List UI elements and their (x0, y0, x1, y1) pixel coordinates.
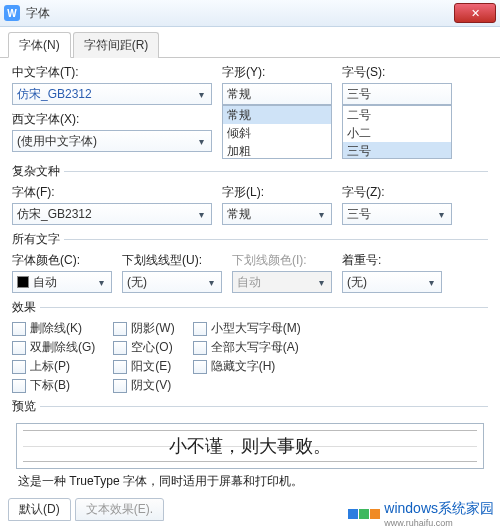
complex-font-combo[interactable]: 仿宋_GB2312 ▾ (12, 203, 212, 225)
west-font-label: 西文字体(X): (12, 111, 212, 128)
checkbox-icon (12, 360, 26, 374)
style-input[interactable]: 常规 (222, 83, 332, 105)
cn-font-label: 中文字体(T): (12, 64, 212, 81)
complex-size-value: 三号 (347, 206, 371, 223)
checkbox-icon (193, 360, 207, 374)
preview-group-label: 预览 (12, 398, 40, 415)
west-font-combo[interactable]: (使用中文字体) ▾ (12, 130, 212, 152)
checkbox-icon (113, 360, 127, 374)
style-value: 常规 (227, 86, 251, 103)
chk-subscript[interactable]: 下标(B) (12, 377, 95, 394)
cn-font-combo[interactable]: 仿宋_GB2312 ▾ (12, 83, 212, 105)
complex-group-label: 复杂文种 (12, 163, 64, 180)
dropdown-arrow-icon: ▾ (195, 209, 207, 220)
style-option[interactable]: 加粗 (223, 142, 331, 159)
underline-style-label: 下划线线型(U): (122, 252, 222, 269)
chk-shadow[interactable]: 阴影(W) (113, 320, 174, 337)
checkbox-icon (12, 341, 26, 355)
effects-group-label: 效果 (12, 299, 40, 316)
tab-bar: 字体(N) 字符间距(R) (0, 27, 500, 58)
size-option[interactable]: 三号 (343, 142, 451, 159)
underline-color-value: 自动 (237, 274, 261, 291)
chk-superscript[interactable]: 上标(P) (12, 358, 95, 375)
emphasis-select[interactable]: (无) ▾ (342, 271, 442, 293)
underline-color-select: 自动 ▾ (232, 271, 332, 293)
style-label: 字形(Y): (222, 64, 332, 81)
color-swatch-icon (17, 276, 29, 288)
preview-sample-text: 小不谨，则大事败。 (169, 434, 331, 458)
checkbox-icon (12, 379, 26, 393)
chk-emboss[interactable]: 阳文(E) (113, 358, 174, 375)
complex-size-label: 字号(Z): (342, 184, 452, 201)
chk-dstrike[interactable]: 双删除线(G) (12, 339, 95, 356)
style-listbox[interactable]: 常规 倾斜 加粗 (222, 105, 332, 159)
complex-font-label: 字体(F): (12, 184, 212, 201)
watermark-url: www.ruhaifu.com (384, 518, 494, 528)
chk-allcaps[interactable]: 全部大写字母(A) (193, 339, 301, 356)
title-bar: W 字体 ✕ (0, 0, 500, 27)
dropdown-arrow-icon: ▾ (425, 277, 437, 288)
checkbox-icon (113, 341, 127, 355)
size-input[interactable]: 三号 (342, 83, 452, 105)
dropdown-arrow-icon: ▾ (315, 209, 327, 220)
style-option[interactable]: 倾斜 (223, 124, 331, 142)
complex-group: 复杂文种 字体(F): 仿宋_GB2312 ▾ 字形(L): 常规 ▾ 字号(Z… (12, 163, 488, 227)
dropdown-arrow-icon: ▾ (195, 136, 207, 147)
complex-style-label: 字形(L): (222, 184, 332, 201)
font-hint-text: 这是一种 TrueType 字体，同时适用于屏幕和打印机。 (18, 473, 482, 490)
preview-box: 小不谨，则大事败。 (16, 423, 484, 469)
checkbox-icon (113, 322, 127, 336)
window-title: 字体 (26, 5, 454, 22)
dropdown-arrow-icon: ▾ (205, 277, 217, 288)
emphasis-label: 着重号: (342, 252, 442, 269)
west-font-value: (使用中文字体) (17, 133, 97, 150)
underline-style-select[interactable]: (无) ▾ (122, 271, 222, 293)
effects-group: 效果 删除线(K) 双删除线(G) 上标(P) 下标(B) 阴影(W) 空心(O… (12, 299, 488, 394)
tab-spacing[interactable]: 字符间距(R) (73, 32, 160, 58)
chk-smallcaps[interactable]: 小型大写字母(M) (193, 320, 301, 337)
watermark-logo-icon (348, 509, 380, 519)
complex-size-combo[interactable]: 三号 ▾ (342, 203, 452, 225)
app-icon: W (4, 5, 20, 21)
dropdown-arrow-icon: ▾ (435, 209, 447, 220)
chk-strike[interactable]: 删除线(K) (12, 320, 95, 337)
font-color-select[interactable]: 自动 ▾ (12, 271, 112, 293)
underline-color-label: 下划线颜色(I): (232, 252, 332, 269)
tab-font[interactable]: 字体(N) (8, 32, 71, 58)
checkbox-icon (193, 341, 207, 355)
chk-hidden[interactable]: 隐藏文字(H) (193, 358, 301, 375)
underline-style-value: (无) (127, 274, 147, 291)
checkbox-icon (113, 379, 127, 393)
watermark: windows系统家园 www.ruhaifu.com (348, 500, 494, 528)
cn-font-value: 仿宋_GB2312 (17, 86, 92, 103)
all-text-group-label: 所有文字 (12, 231, 64, 248)
checkbox-icon (12, 322, 26, 336)
btn-text-effect[interactable]: 文本效果(E). (75, 498, 164, 521)
size-option[interactable]: 小二 (343, 124, 451, 142)
dropdown-arrow-icon: ▾ (315, 277, 327, 288)
style-option[interactable]: 常规 (223, 106, 331, 124)
size-value: 三号 (347, 86, 371, 103)
font-color-value: 自动 (33, 274, 57, 291)
font-color-label: 字体颜色(C): (12, 252, 112, 269)
preview-group: 预览 小不谨，则大事败。 这是一种 TrueType 字体，同时适用于屏幕和打印… (12, 398, 488, 490)
emphasis-value: (无) (347, 274, 367, 291)
size-listbox[interactable]: 二号 小二 三号 (342, 105, 452, 159)
watermark-text: windows系统家园 (384, 500, 494, 518)
complex-style-value: 常规 (227, 206, 251, 223)
all-text-group: 所有文字 字体颜色(C): 自动 ▾ 下划线线型(U): (无) ▾ 下划线颜色… (12, 231, 488, 295)
close-button[interactable]: ✕ (454, 3, 496, 23)
complex-font-value: 仿宋_GB2312 (17, 206, 92, 223)
size-label: 字号(S): (342, 64, 452, 81)
dropdown-arrow-icon: ▾ (195, 89, 207, 100)
checkbox-icon (193, 322, 207, 336)
size-option[interactable]: 二号 (343, 106, 451, 124)
chk-outline[interactable]: 空心(O) (113, 339, 174, 356)
btn-default[interactable]: 默认(D) (8, 498, 71, 521)
dialog-content: 中文字体(T): 仿宋_GB2312 ▾ 西文字体(X): (使用中文字体) ▾… (0, 58, 500, 494)
dropdown-arrow-icon: ▾ (95, 277, 107, 288)
chk-engrave[interactable]: 阴文(V) (113, 377, 174, 394)
complex-style-combo[interactable]: 常规 ▾ (222, 203, 332, 225)
